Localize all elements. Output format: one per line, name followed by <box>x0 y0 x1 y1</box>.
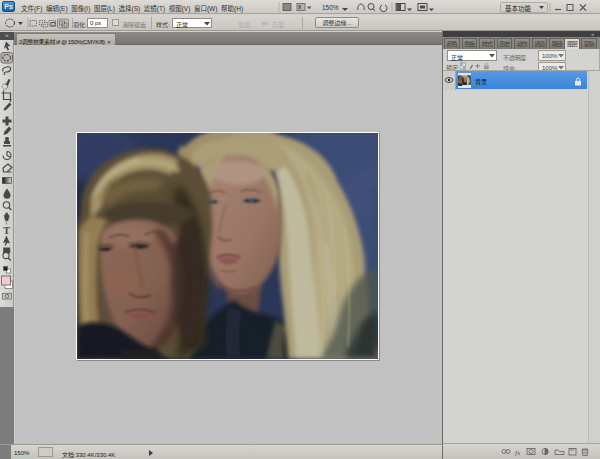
svg-text:150%: 150% <box>322 4 339 11</box>
svg-text:T: T <box>3 225 10 236</box>
svg-text:fx: fx <box>515 449 521 457</box>
